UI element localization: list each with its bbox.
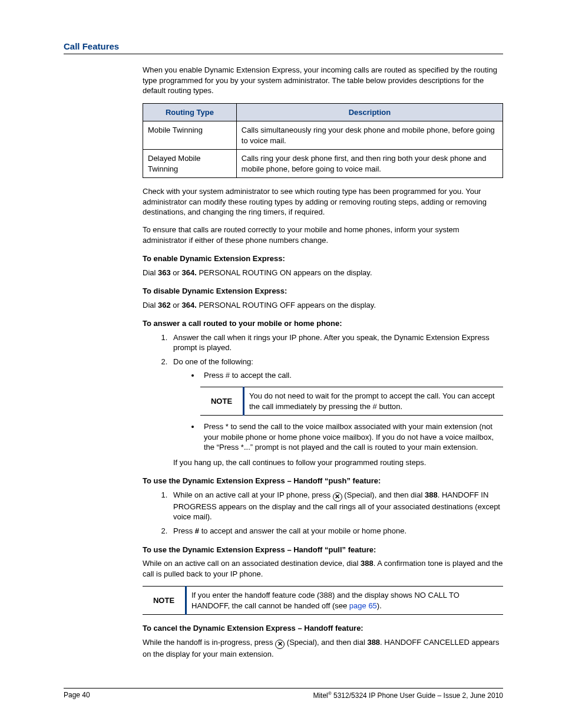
- list-item: Do one of the following: Press # to acce…: [170, 357, 503, 467]
- cell-description: Calls ring your desk phone first, and th…: [236, 150, 503, 178]
- disable-instruction: Dial 362 or 364. PERSONAL ROUTING OFF ap…: [143, 300, 503, 311]
- main-content: When you enable Dynamic Extension Expres…: [143, 65, 503, 659]
- col-header-routing-type: Routing Type: [143, 103, 237, 121]
- heading-enable: To enable Dynamic Extension Express:: [143, 253, 503, 264]
- hangup-note: If you hang up, the call continues to fo…: [173, 457, 503, 468]
- col-header-description: Description: [236, 103, 503, 121]
- page-footer: Page 40 Mitel® 5312/5324 IP Phone User G…: [64, 688, 503, 700]
- answer-steps: Answer the call when it rings your IP ph…: [143, 332, 503, 467]
- push-steps: While on an active call at your IP phone…: [143, 490, 503, 536]
- heading-disable: To disable Dynamic Extension Express:: [143, 286, 503, 297]
- note-text: If you enter the handoff feature code (3…: [186, 587, 504, 615]
- heading-cancel: To cancel the Dynamic Extension Express …: [143, 623, 503, 634]
- table-row: Delayed Mobile Twinning Calls ring your …: [143, 150, 503, 178]
- page-link[interactable]: page 65: [349, 601, 377, 610]
- heading-pull: To use the Dynamic Extension Express – H…: [143, 545, 503, 555]
- special-key-icon: ✕: [333, 492, 342, 502]
- cell-routing-type: Delayed Mobile Twinning: [143, 150, 237, 178]
- list-item: While on an active call at your IP phone…: [170, 490, 503, 522]
- cancel-instruction: While the handoff is in-progress, press …: [143, 637, 503, 660]
- special-key-icon: ✕: [275, 640, 285, 649]
- cell-routing-type: Mobile Twinning: [143, 121, 237, 150]
- cell-description: Calls simultaneously ring your desk phon…: [236, 121, 503, 150]
- note-box: NOTE You do not need to wait for the pro…: [200, 387, 503, 416]
- note-text: You do not need to wait for the prompt t…: [244, 387, 504, 416]
- footer-doc-info: Mitel® 5312/5324 IP Phone User Guide – I…: [313, 691, 503, 700]
- intro-paragraph: When you enable Dynamic Extension Expres…: [143, 65, 503, 96]
- paragraph-ensure: To ensure that calls are routed correctl…: [143, 225, 503, 245]
- list-item: Press # to accept and answer the call at…: [170, 526, 503, 536]
- list-item: Answer the call when it rings your IP ph…: [170, 332, 503, 353]
- pull-instruction: While on an active call on an associated…: [143, 558, 503, 579]
- list-item: Press # to accept the call.: [200, 370, 503, 381]
- note-box: NOTE If you enter the handoff feature co…: [143, 586, 503, 615]
- table-row: Mobile Twinning Calls simultaneously rin…: [143, 121, 503, 150]
- footer-rule: [64, 688, 503, 689]
- list-item: Press * to send the call to the voice ma…: [200, 421, 503, 453]
- paragraph-check: Check with your system administrator to …: [143, 186, 503, 218]
- section-heading: Call Features: [64, 41, 503, 51]
- heading-answer: To answer a call routed to your mobile o…: [143, 318, 503, 329]
- routing-type-table: Routing Type Description Mobile Twinning…: [143, 103, 503, 179]
- heading-push: To use the Dynamic Extension Express – H…: [143, 476, 503, 486]
- note-label: NOTE: [200, 387, 244, 416]
- header-rule: [64, 54, 503, 54]
- enable-instruction: Dial 363 or 364. PERSONAL ROUTING ON app…: [143, 268, 503, 278]
- note-label: NOTE: [143, 587, 186, 615]
- page-number: Page 40: [64, 691, 90, 700]
